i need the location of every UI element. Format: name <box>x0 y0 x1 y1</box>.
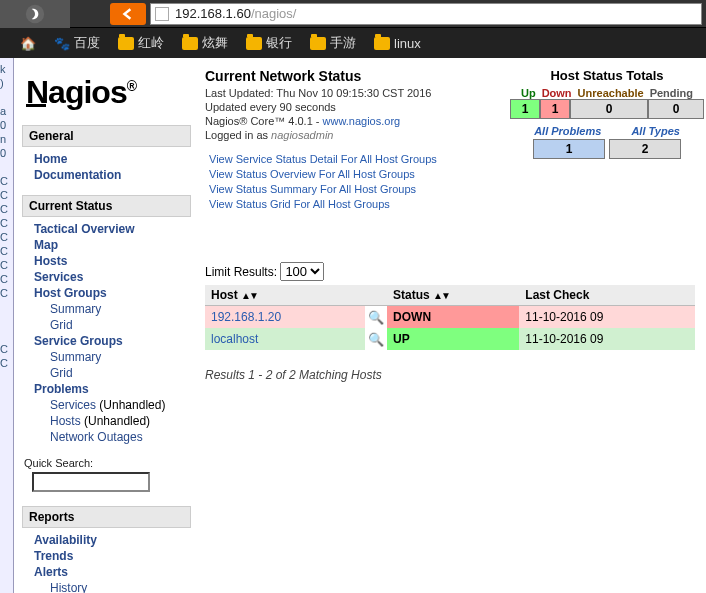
nav-hostgroups-summary[interactable]: Summary <box>22 301 191 317</box>
totals-head-down: Down <box>539 87 575 99</box>
totals-all-problems[interactable]: 1 <box>533 139 605 159</box>
page: Nagios® General Home Documentation Curre… <box>14 58 706 593</box>
totals-all-types[interactable]: 2 <box>609 139 681 159</box>
quick-search-label: Quick Search: <box>24 457 191 469</box>
sidebar: Nagios® General Home Documentation Curre… <box>14 58 199 593</box>
table-row: 192.168.1.20 🔍 DOWN 11-10-2016 09 <box>205 306 695 329</box>
status-block: Current Network Status Last Updated: Thu… <box>205 68 495 212</box>
paw-icon: 🐾 <box>54 35 70 51</box>
bookmark-item[interactable]: 炫舞 <box>182 34 228 52</box>
sort-arrows-icon: ▲▼ <box>241 290 257 301</box>
quick-search-input[interactable] <box>32 472 150 492</box>
nav-map[interactable]: Map <box>22 237 191 253</box>
link-status-summary[interactable]: View Status Summary For All Host Groups <box>209 182 495 197</box>
lastcheck-cell: 11-10-2016 09 <box>519 328 695 350</box>
page-icon <box>155 7 169 21</box>
nav-alerts[interactable]: Alerts <box>22 564 191 580</box>
results-summary: Results 1 - 2 of 2 Matching Hosts <box>205 368 706 382</box>
nav-servicegroups-grid[interactable]: Grid <box>22 365 191 381</box>
nav-documentation[interactable]: Documentation <box>22 167 191 183</box>
section-reports: Reports <box>22 506 191 528</box>
limit-results-row: Limit Results: 100 <box>205 262 706 281</box>
status-cell: DOWN <box>387 306 519 329</box>
nav-alerts-history[interactable]: History <box>22 580 191 593</box>
detail-icon[interactable]: 🔍 <box>368 332 384 347</box>
status-cell: UP <box>387 328 519 350</box>
col-host[interactable]: Host ▲▼ <box>205 285 387 306</box>
nagios-org-link[interactable]: www.nagios.org <box>323 115 401 127</box>
main-content: Current Network Status Last Updated: Thu… <box>199 58 706 593</box>
status-title: Current Network Status <box>205 68 495 84</box>
nav-hosts[interactable]: Hosts <box>22 253 191 269</box>
totals-down[interactable]: 1 <box>540 99 570 119</box>
host-table: Host ▲▼ Status ▲▼ Last Check 192.168.1.2… <box>205 285 695 350</box>
sort-arrows-icon: ▲▼ <box>433 290 449 301</box>
status-logged-in: Logged in as nagiosadmin <box>205 128 495 142</box>
section-current-status: Current Status <box>22 195 191 217</box>
nagios-logo: Nagios® <box>26 74 191 111</box>
link-service-detail[interactable]: View Service Status Detail For All Host … <box>209 152 495 167</box>
host-status-totals: Host Status Totals Up Down Unreachable P… <box>510 68 704 159</box>
nav-hostgroups[interactable]: Host Groups <box>22 285 191 301</box>
nav-tactical[interactable]: Tactical Overview <box>22 221 191 237</box>
nav-problems-hosts[interactable]: Hosts (Unhandled) <box>22 413 191 429</box>
url-path: /nagios/ <box>251 6 297 21</box>
folder-icon <box>374 37 390 50</box>
nav-servicegroups[interactable]: Service Groups <box>22 333 191 349</box>
nav-problems-services[interactable]: Services (Unhandled) <box>22 397 191 413</box>
section-general: General <box>22 125 191 147</box>
totals-head-up: Up <box>518 87 539 99</box>
folder-icon <box>182 37 198 50</box>
totals-title: Host Status Totals <box>510 68 704 83</box>
nav-hostgroups-grid[interactable]: Grid <box>22 317 191 333</box>
detail-icon[interactable]: 🔍 <box>368 310 384 325</box>
status-last-updated: Last Updated: Thu Nov 10 09:15:30 CST 20… <box>205 86 495 100</box>
link-status-grid[interactable]: View Status Grid For All Host Groups <box>209 197 495 212</box>
totals-pending[interactable]: 0 <box>648 99 704 119</box>
link-status-overview[interactable]: View Status Overview For All Host Groups <box>209 167 495 182</box>
bookmark-item[interactable]: 手游 <box>310 34 356 52</box>
lastcheck-cell: 11-10-2016 09 <box>519 306 695 329</box>
url-bar[interactable]: 192.168.1.60/nagios/ <box>150 3 702 25</box>
nav-servicegroups-summary[interactable]: Summary <box>22 349 191 365</box>
col-status[interactable]: Status ▲▼ <box>387 285 519 306</box>
left-edge-artifact: k)a0n0CCCCCCCCCCC <box>0 58 14 593</box>
limit-select[interactable]: 100 <box>280 262 324 281</box>
nav-home[interactable]: Home <box>22 151 191 167</box>
nav-services[interactable]: Services <box>22 269 191 285</box>
totals-up[interactable]: 1 <box>510 99 540 119</box>
bookmark-item[interactable]: linux <box>374 36 421 51</box>
folder-icon <box>246 37 262 50</box>
totals-head-pending: Pending <box>647 87 696 99</box>
bookmark-item[interactable]: 红岭 <box>118 34 164 52</box>
host-link[interactable]: 192.168.1.20 <box>211 310 281 324</box>
bookmark-item[interactable]: 银行 <box>246 34 292 52</box>
nav-availability[interactable]: Availability <box>22 532 191 548</box>
home-icon[interactable]: 🏠 <box>20 35 36 51</box>
totals-all-types-label: All Types <box>631 125 680 137</box>
host-link[interactable]: localhost <box>211 332 258 346</box>
bookmark-bar: 🏠 🐾百度 红岭 炫舞 银行 手游 linux <box>0 28 706 58</box>
nav-network-outages[interactable]: Network Outages <box>22 429 191 445</box>
status-core: Nagios® Core™ 4.0.1 - www.nagios.org <box>205 114 495 128</box>
col-last-check[interactable]: Last Check <box>519 285 695 306</box>
totals-unreachable[interactable]: 0 <box>570 99 648 119</box>
totals-head-unreachable: Unreachable <box>575 87 647 99</box>
url-host: 192.168.1.60 <box>175 6 251 21</box>
limit-label: Limit Results: <box>205 265 277 279</box>
folder-icon <box>118 37 134 50</box>
bookmark-item[interactable]: 🐾百度 <box>54 34 100 52</box>
nav-trends[interactable]: Trends <box>22 548 191 564</box>
back-button[interactable] <box>110 3 146 25</box>
table-row: localhost 🔍 UP 11-10-2016 09 <box>205 328 695 350</box>
folder-icon <box>310 37 326 50</box>
status-update-every: Updated every 90 seconds <box>205 100 495 114</box>
browser-logo <box>0 0 70 28</box>
nav-problems[interactable]: Problems <box>22 381 191 397</box>
totals-all-problems-label: All Problems <box>534 125 601 137</box>
browser-chrome: 192.168.1.60/nagios/ <box>0 0 706 28</box>
